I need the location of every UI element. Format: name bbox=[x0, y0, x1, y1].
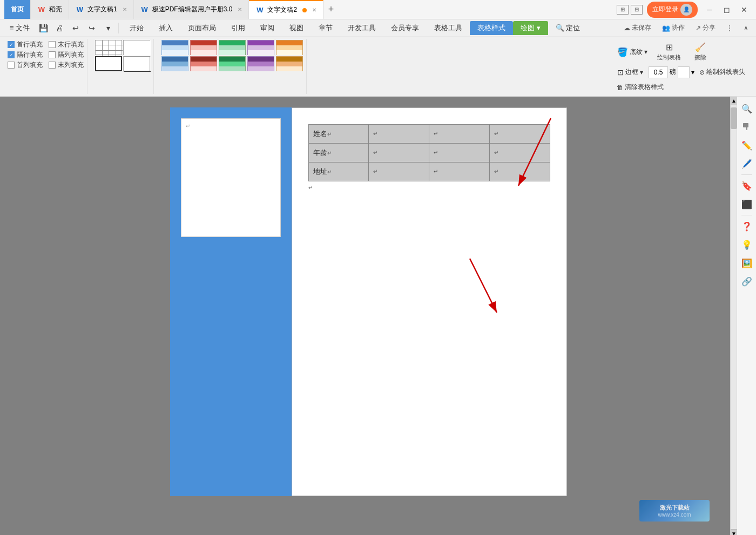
page-content[interactable]: 姓名↵ ↵ ↵ ↵ 年龄↵ ↵ ↵ ↵ 地址↵ bbox=[292, 107, 567, 496]
style-thumb-outline[interactable] bbox=[95, 56, 122, 71]
check-alt-col[interactable]: 隔列填充 bbox=[49, 50, 84, 59]
login-button[interactable]: 立即登录 👤 bbox=[647, 2, 698, 18]
tab-start[interactable]: 开始 bbox=[122, 21, 151, 35]
color-style-purple2[interactable] bbox=[247, 56, 274, 71]
border-dropdown-icon[interactable]: ▾ bbox=[640, 69, 643, 76]
sidebar-highlight-icon[interactable]: 🖊️ bbox=[739, 156, 754, 171]
style-thumb-lines[interactable] bbox=[123, 40, 150, 55]
sidebar-link-icon[interactable]: 🔗 bbox=[739, 274, 754, 289]
tab-pdf[interactable]: W 极速PDF编辑器用户手册3.0 ✕ bbox=[134, 0, 249, 19]
tab-doc1[interactable]: W 文字文稿1 ✕ bbox=[69, 0, 134, 19]
check-last-row[interactable]: 末行填充 bbox=[49, 40, 84, 49]
tab-draw[interactable]: 绘图 ▾ bbox=[513, 21, 548, 35]
check-first-col[interactable]: 首列填充 bbox=[8, 60, 43, 70]
border-button[interactable]: ⊡ 边框 ▾ bbox=[613, 66, 647, 78]
scrollbar-vertical[interactable]: ▲ ▼ bbox=[730, 97, 737, 535]
color-style-blue2[interactable] bbox=[161, 56, 188, 71]
tab-daoke[interactable]: W 稻壳 bbox=[31, 0, 69, 19]
quick-save[interactable]: 💾 bbox=[36, 21, 50, 35]
unsaved-button[interactable]: ☁ 未保存 bbox=[620, 22, 654, 33]
color-style-blue1[interactable] bbox=[161, 40, 188, 55]
check-first-row[interactable]: ✓ 首行填充 bbox=[8, 40, 43, 49]
color-style-purple1[interactable] bbox=[247, 40, 274, 55]
border-width-input[interactable] bbox=[649, 66, 668, 78]
color-style-red2[interactable] bbox=[190, 56, 217, 71]
quick-redo[interactable]: ↪ bbox=[85, 21, 99, 35]
layout-grid-icon[interactable]: ⊞ bbox=[617, 5, 629, 15]
check-first-row-box[interactable]: ✓ bbox=[8, 41, 15, 48]
cell-name-label[interactable]: 姓名↵ bbox=[308, 125, 369, 144]
check-alt-row[interactable]: ✓ 隔行填充 bbox=[8, 50, 43, 59]
tab-table-style[interactable]: 表格样式 bbox=[470, 21, 513, 35]
menu-file[interactable]: ≡ 文件 bbox=[4, 21, 35, 35]
quick-print[interactable]: 🖨 bbox=[52, 21, 66, 35]
color-style-green1[interactable] bbox=[219, 40, 246, 55]
check-first-col-box[interactable] bbox=[8, 62, 15, 69]
check-last-col[interactable]: 末列填充 bbox=[49, 60, 84, 70]
tab-home[interactable]: 首页 bbox=[4, 0, 31, 19]
erase-button[interactable]: 🧹 擦除 bbox=[687, 40, 714, 64]
tab-table-tools[interactable]: 表格工具 bbox=[427, 21, 470, 35]
style-thumb-inner[interactable] bbox=[123, 56, 150, 71]
tab-pdf-close[interactable]: ✕ bbox=[238, 6, 242, 12]
check-alt-row-box[interactable]: ✓ bbox=[8, 51, 15, 58]
quick-undo[interactable]: ↩ bbox=[69, 21, 83, 35]
style-thumb-none[interactable] bbox=[95, 40, 122, 55]
color-style-orange2[interactable] bbox=[276, 56, 303, 71]
quick-more[interactable]: ▾ bbox=[101, 21, 115, 35]
shading-button[interactable]: 🪣 底纹 ▾ bbox=[613, 45, 651, 59]
tab-locate[interactable]: 🔍 定位 bbox=[548, 21, 588, 35]
cell-age-label[interactable]: 年龄↵ bbox=[308, 144, 369, 162]
color-style-green2[interactable] bbox=[219, 56, 246, 71]
share-button[interactable]: ↗ 分享 bbox=[692, 22, 719, 33]
pen-color-dropdown[interactable]: ▾ bbox=[691, 69, 694, 76]
draw-table-button[interactable]: ⊞ 绘制表格 bbox=[653, 40, 685, 64]
tab-doc2[interactable]: W 文字文稿2 ✕ bbox=[249, 0, 323, 19]
collaborate-button[interactable]: 👥 协作 bbox=[659, 22, 688, 33]
cell-3-2[interactable]: ↵ bbox=[369, 162, 429, 181]
layout-tile-icon[interactable]: ⊟ bbox=[631, 5, 643, 15]
sidebar-frame-icon[interactable]: ⬛ bbox=[739, 197, 754, 212]
tab-section[interactable]: 章节 bbox=[311, 21, 340, 35]
scroll-up-btn[interactable]: ▲ bbox=[731, 97, 737, 105]
minimize-button[interactable]: ─ bbox=[702, 4, 717, 16]
tab-references[interactable]: 引用 bbox=[224, 21, 253, 35]
cell-1-2[interactable]: ↵ bbox=[369, 125, 429, 144]
tab-review[interactable]: 审阅 bbox=[253, 21, 282, 35]
tab-dev[interactable]: 开发工具 bbox=[340, 21, 383, 35]
cell-1-4[interactable]: ↵ bbox=[489, 125, 550, 144]
sidebar-image-icon[interactable]: 🖼️ bbox=[739, 255, 754, 270]
cell-2-3[interactable]: ↵ bbox=[429, 144, 490, 162]
check-last-row-box[interactable] bbox=[49, 41, 56, 48]
collapse-ribbon-button[interactable]: ∧ bbox=[740, 23, 752, 33]
sidebar-pen-icon[interactable]: ✏️ bbox=[739, 138, 754, 153]
tab-doc1-close[interactable]: ✕ bbox=[123, 6, 127, 12]
tab-doc2-close[interactable]: ✕ bbox=[312, 7, 316, 13]
check-last-col-box[interactable] bbox=[49, 62, 56, 69]
more-options-button[interactable]: ⋮ bbox=[723, 23, 736, 33]
tab-view[interactable]: 视图 bbox=[282, 21, 311, 35]
add-tab-button[interactable]: + bbox=[323, 2, 339, 17]
cell-3-4[interactable]: ↵ bbox=[489, 162, 550, 181]
clear-style-button[interactable]: 🗑 清除表格样式 bbox=[613, 82, 667, 93]
close-button[interactable]: ✕ bbox=[737, 4, 752, 16]
pen-color-swatch[interactable] bbox=[678, 66, 690, 78]
draw-diagonal-button[interactable]: ⊘ 绘制斜线表头 bbox=[696, 66, 748, 78]
sidebar-search-icon[interactable]: 🔍 bbox=[739, 101, 754, 116]
sidebar-stamp-icon[interactable]: 🔖 bbox=[739, 178, 754, 193]
tab-layout[interactable]: 页面布局 bbox=[180, 21, 224, 35]
check-alt-col-box[interactable] bbox=[49, 51, 56, 58]
scrollbar-thumb[interactable] bbox=[731, 107, 737, 129]
document-table[interactable]: 姓名↵ ↵ ↵ ↵ 年龄↵ ↵ ↵ ↵ 地址↵ bbox=[308, 124, 550, 181]
color-style-orange1[interactable] bbox=[276, 40, 303, 55]
cell-address-label[interactable]: 地址↵ bbox=[308, 162, 369, 181]
tab-insert[interactable]: 插入 bbox=[151, 21, 180, 35]
cell-2-2[interactable]: ↵ bbox=[369, 144, 429, 162]
sidebar-bulb-icon[interactable]: 💡 bbox=[739, 237, 754, 252]
sidebar-help-icon[interactable]: ❓ bbox=[739, 219, 754, 234]
restore-button[interactable]: ◻ bbox=[719, 4, 734, 16]
sidebar-format-icon[interactable] bbox=[739, 119, 754, 134]
cell-1-3[interactable]: ↵ bbox=[429, 125, 490, 144]
shading-dropdown-icon[interactable]: ▾ bbox=[644, 48, 647, 56]
color-style-red1[interactable] bbox=[190, 40, 217, 55]
